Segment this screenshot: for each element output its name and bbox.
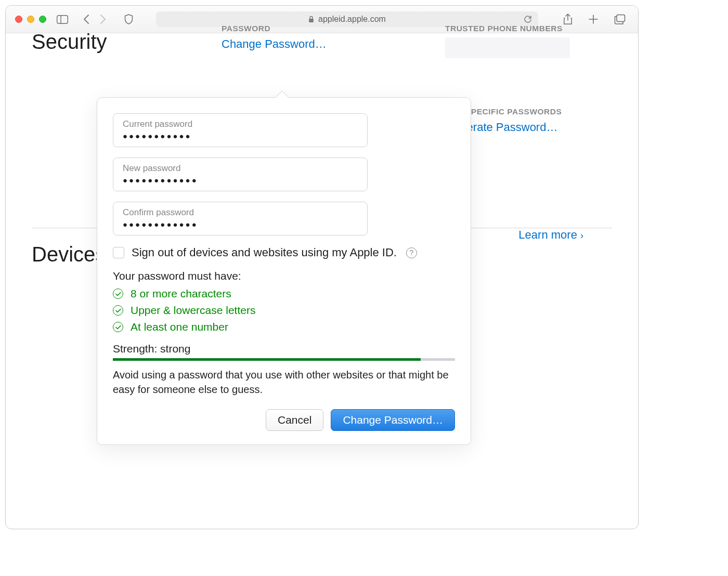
window-controls	[15, 16, 46, 23]
safari-window: appleid.apple.com Security PASSWORD	[5, 5, 639, 529]
password-section-label: PASSWORD	[222, 24, 440, 33]
reload-icon[interactable]	[524, 15, 532, 24]
requirement-row: 8 or more characters	[113, 287, 455, 300]
url-text: appleid.apple.com	[318, 15, 386, 24]
change-password-button[interactable]: Change Password…	[331, 409, 455, 431]
sidebar-toggle-icon[interactable]	[57, 15, 68, 24]
check-icon	[113, 289, 123, 299]
chevron-right-icon: ›	[580, 230, 583, 241]
confirm-password-value: ●●●●●●●●●●●●	[123, 220, 358, 229]
new-password-field[interactable]: New password ●●●●●●●●●●●●	[113, 158, 368, 191]
svg-rect-3	[617, 15, 625, 22]
learn-more-text: Learn more	[518, 228, 577, 241]
strength-label: Strength: strong	[113, 343, 455, 355]
signout-label: Sign out of devices and websites using m…	[132, 246, 397, 259]
check-icon	[113, 305, 123, 316]
learn-more-link[interactable]: Learn more ›	[518, 228, 583, 242]
svg-rect-2	[309, 19, 314, 22]
trusted-phone-label: TRUSTED PHONE NUMBERS	[445, 24, 612, 33]
change-password-popover: Current password ●●●●●●●●●●● New passwor…	[97, 97, 471, 445]
requirement-row: Upper & lowercase letters	[113, 304, 455, 317]
new-password-label: New password	[123, 163, 358, 174]
help-icon[interactable]: ?	[406, 247, 417, 258]
fullscreen-window-button[interactable]	[39, 16, 46, 23]
confirm-password-label: Confirm password	[123, 207, 358, 218]
signout-checkbox[interactable]	[113, 247, 124, 258]
strength-meter	[113, 358, 455, 361]
share-icon[interactable]	[563, 14, 573, 25]
confirm-password-field[interactable]: Confirm password ●●●●●●●●●●●●	[113, 202, 368, 235]
security-heading: Security	[32, 30, 222, 54]
cancel-button[interactable]: Cancel	[266, 409, 323, 431]
back-button[interactable]	[83, 14, 89, 24]
close-window-button[interactable]	[15, 16, 22, 23]
svg-rect-0	[57, 15, 68, 23]
page-content: Security PASSWORD Change Password… TRUST…	[6, 33, 638, 282]
current-password-label: Current password	[123, 119, 358, 129]
trusted-phone-placeholder	[445, 37, 570, 58]
password-advice: Avoid using a password that you use with…	[113, 368, 455, 397]
new-password-value: ●●●●●●●●●●●●	[123, 176, 358, 185]
current-password-value: ●●●●●●●●●●●	[123, 132, 358, 140]
requirement-text: 8 or more characters	[131, 287, 231, 300]
tabs-overview-icon[interactable]	[614, 14, 626, 24]
lock-icon	[308, 16, 314, 23]
strength-fill	[113, 358, 421, 361]
requirement-text: Upper & lowercase letters	[131, 304, 255, 317]
requirement-text: At least one number	[131, 321, 228, 333]
requirement-row: At least one number	[113, 321, 455, 333]
minimize-window-button[interactable]	[27, 16, 34, 23]
requirements-title: Your password must have:	[113, 270, 455, 282]
forward-button[interactable]	[100, 14, 107, 24]
current-password-field[interactable]: Current password ●●●●●●●●●●●	[113, 113, 368, 147]
check-icon	[113, 322, 123, 332]
change-password-link[interactable]: Change Password…	[222, 37, 440, 51]
new-tab-icon[interactable]	[588, 14, 599, 24]
privacy-shield-icon[interactable]	[124, 14, 133, 24]
